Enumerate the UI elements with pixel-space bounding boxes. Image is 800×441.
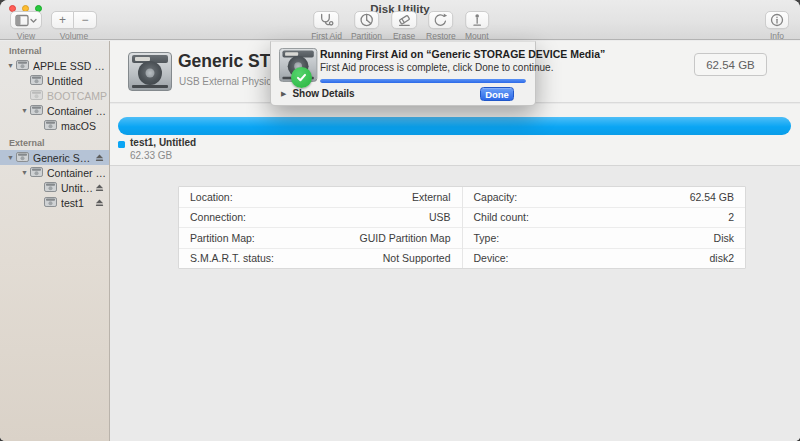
done-button[interactable]: Done — [480, 87, 514, 101]
sidebar-item-untitled[interactable]: Untitled — [0, 73, 109, 88]
erase-button[interactable] — [391, 11, 417, 29]
info-label: Partition Map: — [190, 232, 359, 244]
add-volume-button[interactable]: + — [51, 11, 74, 29]
info-table: Location:ExternalConnection:USBPartition… — [178, 186, 746, 269]
info-label: Capacity: — [474, 191, 690, 203]
sidebar-item-apple-ssd-sm0128[interactable]: ▼APPLE SSD SM0128... — [0, 58, 109, 73]
info-row-device: Device:disk2 — [463, 249, 746, 269]
usage-section: test1, Untitled 62.33 GB — [110, 104, 800, 166]
sidebar-item-label: test1 — [61, 197, 84, 209]
info-value: Not Supported — [383, 252, 451, 264]
dialog-message: First Aid process is complete, click Don… — [320, 62, 553, 73]
sidebar-item-label: Untitled — [47, 75, 83, 87]
capacity-badge: 62.54 GB — [694, 53, 767, 76]
legend-name: test1, Untitled — [130, 137, 196, 148]
info-label: Device: — [474, 252, 710, 264]
first-aid-icon — [319, 13, 335, 27]
sidebar-item-label: macOS — [61, 120, 96, 132]
disclosure-triangle-icon[interactable]: ▼ — [5, 154, 16, 161]
sidebar-item-bootcamp[interactable]: BOOTCAMP — [0, 88, 109, 103]
eject-icon[interactable] — [95, 198, 104, 207]
partition-button[interactable] — [354, 11, 379, 29]
info-label: Child count: — [474, 211, 729, 223]
sidebar-item-label: APPLE SSD SM0128... — [33, 60, 109, 72]
toolbar-volume: + − Volume — [51, 11, 97, 41]
info-label: Connection: — [190, 211, 429, 223]
disk-utility-window: Disk Utility View + − Volume — [0, 0, 800, 441]
sidebar-item-label: Container disk1 — [47, 105, 109, 117]
toolbar-action-label: Partition — [351, 31, 382, 41]
toolbar-erase: Erase — [391, 11, 417, 41]
sidebar-item-generic-storag[interactable]: ▼Generic STORAG... — [0, 150, 109, 165]
hard-drive-icon — [128, 52, 172, 91]
erase-icon — [396, 13, 412, 27]
toolbar-view: View — [10, 11, 42, 41]
toolbar-mount: Mount — [465, 11, 489, 41]
volume-label: Volume — [60, 31, 88, 41]
eject-icon[interactable] — [95, 183, 104, 192]
sidebar-view-icon — [15, 14, 37, 27]
mount-button[interactable] — [465, 11, 489, 29]
drive-icon — [30, 90, 43, 102]
view-label: View — [17, 31, 35, 41]
usage-bar — [118, 117, 791, 135]
info-row-location: Location:External — [179, 187, 462, 208]
success-check-icon — [291, 67, 312, 88]
remove-volume-button[interactable]: − — [74, 11, 97, 29]
sidebar-item-test1[interactable]: test1 — [0, 195, 109, 210]
disclosure-triangle-icon: ▶ — [281, 90, 286, 98]
drive-icon — [44, 197, 57, 209]
drive-icon — [30, 75, 43, 87]
info-row-s-m-a-r-t-status: S.M.A.R.T. status:Not Supported — [179, 249, 462, 269]
minus-icon: − — [81, 14, 88, 26]
disclosure-triangle-icon[interactable]: ▼ — [19, 169, 30, 176]
drive-icon — [16, 152, 29, 164]
drive-icon — [30, 105, 43, 117]
info-row-child-count: Child count:2 — [463, 208, 746, 229]
sidebar-item-label: BOOTCAMP — [47, 90, 107, 102]
drive-icon — [30, 167, 43, 179]
restore-button[interactable] — [428, 11, 453, 29]
restore-icon — [433, 13, 448, 27]
dialog-title: Running First Aid on “Generic STORAGE DE… — [320, 48, 605, 60]
info-value: Disk — [714, 232, 734, 244]
info-icon — [770, 13, 784, 27]
first-aid-dialog: Running First Aid on “Generic STORAGE DE… — [270, 41, 536, 106]
sidebar-item-untitled[interactable]: Untitled — [0, 180, 109, 195]
toolbar-action-label: First Aid — [311, 31, 342, 41]
view-button[interactable] — [10, 11, 42, 29]
info-row-connection: Connection:USB — [179, 208, 462, 229]
info-label: S.M.A.R.T. status: — [190, 252, 383, 264]
drive-icon — [16, 60, 29, 72]
info-button[interactable] — [765, 11, 789, 29]
titlebar: Disk Utility View + − Volume — [0, 0, 800, 40]
info-value: 62.54 GB — [690, 191, 734, 203]
sidebar-item-label: Container disk3 — [47, 167, 109, 179]
first-aid-button[interactable] — [314, 11, 340, 29]
progress-bar — [320, 79, 526, 83]
info-label: Info — [770, 31, 784, 41]
info-label: Type: — [474, 232, 714, 244]
sidebar-section-external: External — [0, 137, 109, 150]
legend-swatch — [118, 141, 125, 148]
toolbar-restore: Restore — [426, 11, 456, 41]
legend-size: 62.33 GB — [130, 150, 172, 161]
sidebar-item-container-disk1[interactable]: ▼Container disk1 — [0, 103, 109, 118]
details-section: Location:ExternalConnection:USBPartition… — [110, 167, 800, 441]
disclosure-triangle-icon[interactable]: ▼ — [19, 107, 30, 114]
info-value: USB — [429, 211, 451, 223]
sidebar-item-container-disk3[interactable]: ▼Container disk3 — [0, 165, 109, 180]
drive-icon — [44, 120, 57, 132]
drive-icon — [44, 182, 57, 194]
info-row-capacity: Capacity:62.54 GB — [463, 187, 746, 208]
toolbar-action-label: Erase — [393, 31, 415, 41]
sidebar-item-macos[interactable]: macOS — [0, 118, 109, 133]
info-value: disk2 — [709, 252, 734, 264]
show-details-toggle[interactable]: ▶ Show Details — [281, 88, 355, 99]
sidebar-item-label: Untitled — [61, 182, 95, 194]
disclosure-triangle-icon[interactable]: ▼ — [5, 62, 16, 69]
toolbar-action-label: Restore — [426, 31, 456, 41]
sidebar-section-internal: Internal — [0, 45, 109, 58]
eject-icon[interactable] — [95, 153, 104, 162]
info-value: GUID Partition Map — [359, 232, 450, 244]
